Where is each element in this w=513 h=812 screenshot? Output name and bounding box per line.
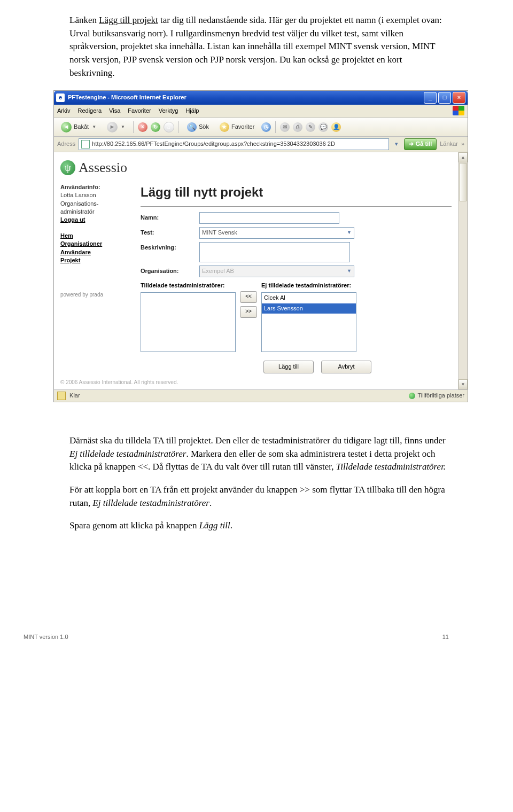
link-text: Lägg till projekt: [99, 15, 158, 25]
listbox-tilldelade[interactable]: [141, 292, 236, 352]
scroll-track[interactable]: [458, 202, 468, 379]
minimize-button[interactable]: _: [424, 92, 437, 104]
refresh-icon[interactable]: ↻: [151, 122, 160, 132]
menu-verktyg[interactable]: Verktyg: [159, 107, 178, 115]
chevron-down-icon: ▼: [347, 268, 352, 275]
menu-bar: Arkiv Redigera Visa Favoriter Verktyg Hj…: [54, 105, 468, 118]
search-icon: 🔍: [187, 122, 197, 132]
intro-paragraph: Länken Lägg till projekt tar dig till ne…: [69, 14, 449, 80]
trusted-icon: [409, 393, 415, 399]
input-namn[interactable]: [199, 212, 339, 224]
edit-icon[interactable]: ✎: [306, 122, 315, 132]
add-button[interactable]: Lägg till: [263, 361, 314, 373]
logout-link[interactable]: Logga ut: [60, 216, 131, 224]
brand: ψ Assessio: [60, 158, 452, 178]
select-test[interactable]: MINT Svensk ▼: [199, 227, 354, 239]
nav-organisationer[interactable]: Organisationer: [60, 240, 131, 248]
cancel-button[interactable]: Avbryt: [321, 361, 371, 373]
discuss-icon[interactable]: 💬: [318, 122, 328, 132]
ie-icon: e: [56, 93, 65, 102]
separator: [133, 121, 134, 133]
list-item[interactable]: Lars Svensson: [262, 303, 356, 314]
user-name: Lotta Larsson: [60, 192, 96, 198]
move-right-button[interactable]: >>: [240, 306, 257, 318]
paragraph-4: Spara genom att klicka på knappen Lägg t…: [69, 519, 449, 533]
paragraph-3: För att koppla bort en TA från ett proje…: [69, 483, 449, 510]
paragraph-2: Därnäst ska du tilldela TA till projekte…: [69, 434, 449, 474]
menu-redigera[interactable]: Redigera: [77, 107, 102, 115]
window-title: PFTestengine - Microsoft Internet Explor…: [68, 93, 424, 102]
title-bar: e PFTestengine - Microsoft Internet Expl…: [54, 91, 468, 105]
back-icon: ◄: [61, 122, 72, 132]
favorites-label: Favoriter: [231, 123, 254, 131]
stop-icon[interactable]: ×: [138, 122, 147, 132]
list-item[interactable]: Cicek Al: [262, 293, 356, 303]
mail-icon[interactable]: ✉: [280, 122, 290, 132]
address-dropdown[interactable]: ▾: [392, 140, 401, 149]
ie-window: e PFTestengine - Microsoft Internet Expl…: [53, 90, 468, 402]
go-arrow-icon: ➜: [409, 140, 414, 149]
back-label: Bakåt: [74, 123, 89, 131]
go-button[interactable]: ➜ Gå till: [404, 138, 437, 150]
close-button[interactable]: ×: [453, 92, 465, 104]
status-text: Klar: [69, 392, 80, 399]
chevron-down-icon: ▼: [121, 124, 125, 130]
page-footer: MINT version 1.0 11: [0, 558, 513, 652]
windows-logo-icon: [453, 106, 464, 115]
menu-arkiv[interactable]: Arkiv: [57, 107, 70, 115]
user-role: Organisations-administratör: [60, 200, 99, 215]
textarea-beskrivning[interactable]: [199, 242, 350, 262]
brand-text: Assessio: [79, 158, 127, 178]
main-form: Lägg till nytt projekt Namn: Test: MINT …: [141, 183, 452, 376]
search-button[interactable]: 🔍 Sök: [183, 121, 213, 134]
favorites-button[interactable]: ★ Favoriter: [216, 121, 258, 134]
menu-favoriter[interactable]: Favoriter: [128, 107, 151, 115]
print-icon[interactable]: ⎙: [293, 122, 302, 132]
label-beskrivning: Beskrivning:: [141, 242, 199, 252]
back-button[interactable]: ◄ Bakåt ▼: [57, 120, 100, 134]
page-title: Lägg till nytt projekt: [141, 183, 452, 207]
listbox-ej-tilldelade[interactable]: Cicek Al Lars Svensson: [261, 292, 356, 352]
page-icon: [81, 140, 90, 149]
menu-visa[interactable]: Visa: [109, 107, 120, 115]
scroll-up-icon[interactable]: ▲: [458, 152, 468, 162]
chevron-down-icon: ▼: [347, 229, 352, 236]
vertical-scrollbar[interactable]: ▲ ▼: [458, 152, 468, 389]
page-content: ψ Assessio Användarinfo: Lotta Larsson O…: [54, 152, 458, 389]
sidebar: Användarinfo: Lotta Larsson Organisation…: [60, 183, 131, 376]
links-label[interactable]: Länkar: [440, 140, 458, 149]
forward-button[interactable]: ► ▼: [103, 120, 129, 134]
move-left-button[interactable]: <<: [240, 291, 257, 303]
url-text: http://80.252.165.66/PFTestEngine/Groups…: [92, 140, 335, 149]
nav-projekt[interactable]: Projekt: [60, 256, 131, 264]
brand-icon: ψ: [60, 160, 75, 175]
select-org-value: Exempel AB: [202, 267, 234, 276]
nav-anvandare[interactable]: Användare: [60, 248, 131, 256]
label-ej-tilldelade: Ej tilldelade testadministratörer:: [261, 282, 356, 290]
label-namn: Namn:: [141, 212, 199, 222]
history-icon[interactable]: ◷: [261, 122, 271, 132]
separator: [275, 121, 276, 133]
label-test: Test:: [141, 227, 199, 237]
select-organisation[interactable]: Exempel AB ▼: [199, 266, 354, 277]
scroll-down-icon[interactable]: ▼: [458, 379, 468, 389]
powered-by: powered by prada: [60, 291, 131, 299]
status-zone: Tillförlitliga platser: [417, 392, 464, 400]
select-test-value: MINT Svensk: [202, 229, 237, 237]
home-icon[interactable]: ⌂: [164, 122, 174, 132]
star-icon: ★: [220, 122, 229, 132]
label-tilldelade: Tilldelade testadministratörer:: [141, 282, 236, 290]
go-label: Gå till: [416, 140, 432, 149]
separator: [178, 121, 179, 133]
maximize-button[interactable]: □: [438, 92, 451, 104]
menu-hjalp[interactable]: Hjälp: [185, 107, 199, 115]
label-organisation: Organisation:: [141, 266, 199, 276]
address-label: Adress: [57, 140, 75, 149]
address-input[interactable]: http://80.252.165.66/PFTestEngine/Groups…: [79, 138, 388, 150]
nav-home[interactable]: Hem: [60, 232, 131, 240]
messenger-icon[interactable]: 👤: [331, 122, 341, 132]
links-chevron-icon[interactable]: »: [461, 140, 464, 149]
copyright: © 2006 Assessio International. All right…: [60, 379, 452, 387]
scroll-thumb[interactable]: [459, 163, 467, 201]
status-icon: [57, 392, 66, 400]
